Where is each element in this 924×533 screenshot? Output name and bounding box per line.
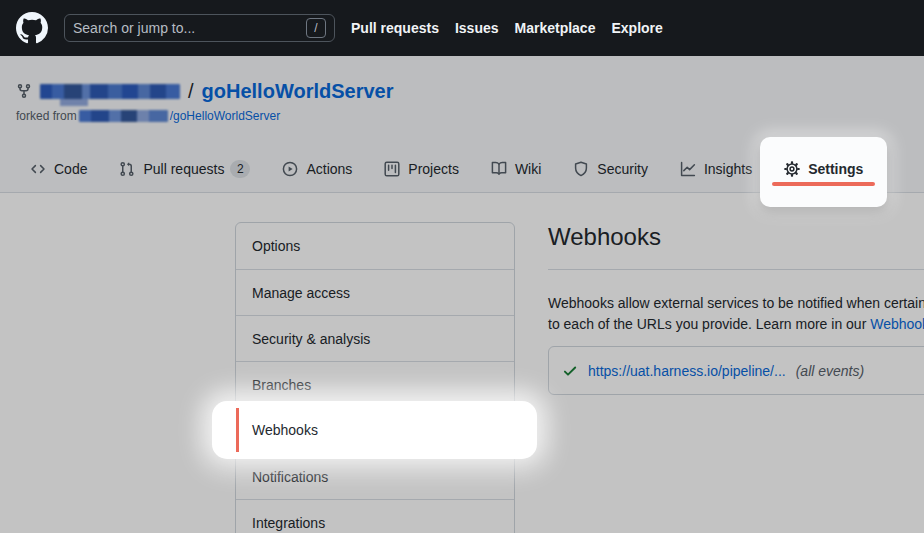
header-nav: Pull requests Issues Marketplace Explore bbox=[351, 20, 663, 36]
webhooks-guide-link[interactable]: Webhooks Guide bbox=[870, 316, 924, 332]
app-header: / Pull requests Issues Marketplace Explo… bbox=[0, 0, 924, 56]
book-icon bbox=[491, 161, 507, 177]
git-pull-request-icon bbox=[119, 161, 135, 177]
sidebar-item-options[interactable]: Options bbox=[236, 223, 514, 269]
webhooks-description-line2: to each of the URLs you provide. Learn m… bbox=[548, 314, 924, 335]
tab-projects-label: Projects bbox=[408, 161, 459, 177]
webhooks-settings-panel: Webhooks Webhooks allow external service… bbox=[548, 222, 924, 395]
project-icon bbox=[384, 161, 400, 177]
nav-issues[interactable]: Issues bbox=[455, 20, 499, 36]
tab-projects[interactable]: Projects bbox=[370, 146, 473, 192]
sidebar-item-integrations[interactable]: Integrations bbox=[236, 499, 514, 533]
repo-name-link[interactable]: goHelloWorldServer bbox=[202, 80, 394, 103]
check-icon bbox=[562, 363, 578, 379]
sidebar-item-webhooks-label: Webhooks bbox=[252, 422, 318, 438]
search-box: / bbox=[64, 14, 335, 42]
settings-sidebar: Options Manage access Security & analysi… bbox=[235, 222, 515, 533]
shield-icon bbox=[573, 161, 589, 177]
tab-wiki-label: Wiki bbox=[515, 161, 541, 177]
forked-from-label: forked from bbox=[16, 109, 77, 123]
description-line2-text: to each of the URLs you provide. Learn m… bbox=[548, 316, 870, 332]
tab-pull-requests[interactable]: Pull requests 2 bbox=[105, 146, 264, 192]
forked-from-repo-link[interactable]: /goHelloWorldServer bbox=[170, 109, 281, 123]
tab-settings-label: Settings bbox=[808, 161, 863, 177]
repo-forked-icon bbox=[16, 83, 32, 99]
webhooks-description-line1: Webhooks allow external services to be n… bbox=[548, 293, 924, 314]
nav-marketplace[interactable]: Marketplace bbox=[515, 20, 596, 36]
tab-pull-requests-label: Pull requests bbox=[143, 161, 224, 177]
repo-separator: / bbox=[188, 80, 194, 103]
sidebar-item-security-analysis[interactable]: Security & analysis bbox=[236, 315, 514, 361]
tab-security-label: Security bbox=[597, 161, 648, 177]
tab-wiki[interactable]: Wiki bbox=[477, 146, 555, 192]
play-icon bbox=[282, 161, 298, 177]
repo-tab-bar: Code Pull requests 2 Actions Projects bbox=[16, 146, 877, 192]
nav-explore[interactable]: Explore bbox=[611, 20, 662, 36]
sidebar-item-webhooks[interactable]: Webhooks bbox=[236, 407, 514, 453]
tab-insights-label: Insights bbox=[704, 161, 752, 177]
graph-icon bbox=[680, 161, 696, 177]
page-title: Webhooks bbox=[548, 222, 924, 252]
gear-icon bbox=[784, 161, 800, 177]
tab-code-label: Code bbox=[54, 161, 87, 177]
tab-security[interactable]: Security bbox=[559, 146, 662, 192]
tab-actions-label: Actions bbox=[306, 161, 352, 177]
slash-shortcut-badge: / bbox=[306, 18, 326, 38]
redacted-upstream-owner-blur bbox=[79, 110, 168, 122]
webhook-list-item: https://uat.harness.io/pipeline/... (all… bbox=[548, 346, 924, 395]
webhook-url-link[interactable]: https://uat.harness.io/pipeline/... bbox=[588, 363, 786, 379]
title-divider bbox=[548, 269, 924, 270]
repo-header: / goHelloWorldServer forked from /goHell… bbox=[0, 56, 924, 193]
forked-from: forked from /goHelloWorldServer bbox=[16, 108, 280, 123]
search-input[interactable] bbox=[73, 20, 273, 36]
webhook-events-label: (all events) bbox=[796, 363, 864, 379]
redacted-owner-blur bbox=[40, 84, 180, 99]
code-icon bbox=[30, 161, 46, 177]
tab-actions[interactable]: Actions bbox=[268, 146, 366, 192]
nav-pull-requests[interactable]: Pull requests bbox=[351, 20, 439, 36]
pull-requests-count-badge: 2 bbox=[230, 160, 250, 178]
active-item-indicator bbox=[236, 408, 239, 452]
tab-settings[interactable]: Settings bbox=[770, 146, 877, 192]
sidebar-item-notifications[interactable]: Notifications bbox=[236, 453, 514, 499]
sidebar-item-manage-access[interactable]: Manage access bbox=[236, 269, 514, 315]
repo-title: / goHelloWorldServer bbox=[16, 78, 393, 104]
tab-insights[interactable]: Insights bbox=[666, 146, 766, 192]
github-logo-icon[interactable] bbox=[16, 12, 48, 44]
tab-code[interactable]: Code bbox=[16, 146, 101, 192]
